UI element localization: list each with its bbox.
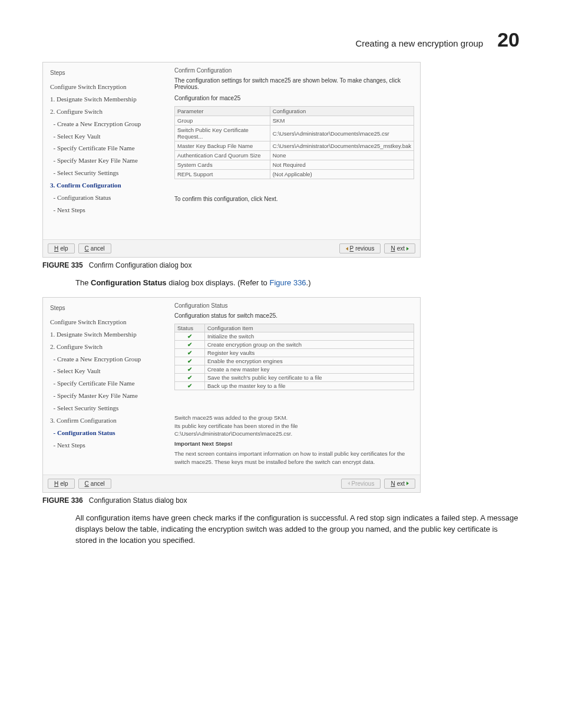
- wizard-step: - Specify Certificate File Name: [50, 377, 165, 390]
- wizard-step: - Select Key Vault: [50, 365, 165, 377]
- table-header: Configuration: [270, 107, 414, 116]
- page-header-number: 20: [497, 28, 520, 51]
- confirm-configuration-dialog: Steps Configure Switch Encryption1. Desi…: [42, 62, 421, 258]
- wizard-step: 2. Configure Switch: [50, 106, 165, 118]
- table-row: ✔Initialize the switch: [175, 332, 414, 340]
- table-row: ✔Save the switch's public key certificat…: [175, 373, 414, 381]
- check-icon: ✔: [187, 350, 192, 356]
- panel-subhead: Configuration for mace25: [174, 95, 414, 101]
- table-cell: Save the switch's public key certificate…: [205, 373, 414, 381]
- next-button[interactable]: Next: [384, 479, 415, 489]
- wizard-step: - Configuration Status: [50, 427, 165, 439]
- wizard-step: - Next Steps: [50, 204, 165, 216]
- triangle-left-icon: [346, 247, 348, 251]
- configuration-status-dialog: Steps Configure Switch Encryption1. Desi…: [42, 297, 421, 493]
- figure-text: Configuration Status dialog box: [89, 496, 187, 505]
- check-icon: ✔: [187, 374, 192, 381]
- important-next-steps-label: Important Next Steps!: [174, 440, 414, 448]
- table-cell: Authentication Card Quorum Size: [175, 151, 270, 160]
- status-message: Its public key certificate has been stor…: [174, 422, 414, 439]
- body-paragraph: The Configuration Status dialog box disp…: [75, 278, 520, 289]
- status-cell: ✔: [175, 357, 205, 365]
- panel-intro-text: The configuration settings for switch ma…: [174, 77, 414, 90]
- previous-button: Previous: [341, 479, 381, 489]
- steps-label: Steps: [50, 67, 165, 78]
- table-cell: Initialize the switch: [205, 332, 414, 340]
- wizard-steps-panel: Steps Configure Switch Encryption1. Desi…: [43, 62, 171, 239]
- table-row: System CardsNot Required: [175, 160, 414, 170]
- table-cell: Switch Public Key Certificate Request...: [175, 126, 270, 141]
- help-button[interactable]: Help: [48, 243, 75, 253]
- wizard-step: - Select Security Settings: [50, 402, 165, 414]
- panel-title: Configuration Status: [174, 302, 414, 309]
- figure-335-caption: FIGURE 335 Confirm Configuration dialog …: [42, 261, 520, 269]
- wizard-step: - Create a New Encryption Group: [50, 353, 165, 365]
- table-cell: Group: [175, 116, 270, 126]
- wizard-step: - Next Steps: [50, 439, 165, 452]
- status-message: Switch mace25 was added to the group SKM…: [174, 414, 414, 422]
- table-header: Configuration Item: [205, 324, 414, 332]
- status-messages: Switch mace25 was added to the group SKM…: [174, 414, 414, 466]
- wizard-step: 1. Designate Switch Membership: [50, 328, 165, 341]
- figure-336-caption: FIGURE 336 Configuration Status dialog b…: [42, 496, 520, 505]
- wizard-step: - Select Security Settings: [50, 167, 165, 179]
- next-button[interactable]: Next: [384, 243, 415, 253]
- table-cell: Enable the encryption engines: [205, 357, 414, 365]
- table-row: ✔Enable the encryption engines: [175, 357, 414, 365]
- table-row: Switch Public Key Certificate Request...…: [175, 126, 414, 141]
- table-row: Authentication Card Quorum SizeNone: [175, 151, 414, 160]
- wizard-step: - Select Key Vault: [50, 130, 165, 143]
- table-row: ✔Back up the master key to a file: [175, 381, 414, 390]
- table-cell: None: [270, 151, 414, 160]
- check-icon: ✔: [187, 358, 192, 364]
- configuration-status-panel: Configuration Status Configuration statu…: [171, 298, 420, 475]
- confirm-instruction: To confirm this configuration, click Nex…: [174, 196, 414, 202]
- wizard-step: Configure Switch Encryption: [50, 81, 165, 93]
- page-header: Creating a new encryption group 20: [42, 28, 520, 51]
- figure-label: FIGURE 335: [42, 261, 83, 269]
- page-header-title: Creating a new encryption group: [355, 38, 483, 48]
- table-cell: C:\Users\Administrator\Documents\mace25.…: [270, 126, 414, 141]
- wizard-step: 1. Designate Switch Membership: [50, 93, 165, 106]
- check-icon: ✔: [187, 366, 192, 373]
- steps-label: Steps: [50, 302, 165, 314]
- wizard-step: - Configuration Status: [50, 192, 165, 204]
- wizard-step: 3. Confirm Configuration: [50, 179, 165, 192]
- table-cell: REPL Support: [175, 170, 270, 179]
- table-cell: Create a new master key: [205, 365, 414, 373]
- previous-button[interactable]: Previous: [339, 243, 381, 253]
- table-cell: System Cards: [175, 160, 270, 170]
- table-row: ✔Register key vaults: [175, 348, 414, 357]
- status-cell: ✔: [175, 365, 205, 373]
- dialog-button-bar: Help Cancel Previous Next: [43, 239, 420, 257]
- wizard-step: Configure Switch Encryption: [50, 316, 165, 328]
- table-row: GroupSKM: [175, 116, 414, 126]
- wizard-steps-panel: Steps Configure Switch Encryption1. Desi…: [43, 298, 171, 475]
- triangle-right-icon: [406, 482, 409, 485]
- wizard-step: - Specify Master Key File Name: [50, 390, 165, 402]
- table-header: Parameter: [175, 107, 270, 116]
- configuration-parameters-table: Parameter Configuration GroupSKMSwitch P…: [174, 106, 414, 179]
- triangle-left-icon: [348, 482, 350, 485]
- confirm-configuration-panel: Confirm Configuration The configuration …: [171, 62, 420, 239]
- status-cell: ✔: [175, 340, 205, 348]
- table-cell: Back up the master key to a file: [205, 381, 414, 390]
- table-header: Status: [175, 324, 205, 332]
- check-icon: ✔: [187, 341, 192, 348]
- wizard-step: 3. Confirm Configuration: [50, 414, 165, 427]
- check-icon: ✔: [187, 383, 192, 389]
- table-cell: SKM: [270, 116, 414, 126]
- figure-336-link[interactable]: Figure 336: [269, 278, 306, 287]
- status-cell: ✔: [175, 332, 205, 340]
- cancel-button[interactable]: Cancel: [78, 479, 111, 489]
- configuration-status-table: Status Configuration Item ✔Initialize th…: [174, 324, 414, 390]
- help-button[interactable]: Help: [48, 479, 75, 489]
- wizard-step: - Specify Certificate File Name: [50, 142, 165, 154]
- cancel-button[interactable]: Cancel: [78, 243, 111, 253]
- wizard-step: 2. Configure Switch: [50, 341, 165, 353]
- table-cell: C:\Users\Administrator\Documents\mace25_…: [270, 141, 414, 151]
- table-row: ✔Create encryption group on the switch: [175, 340, 414, 348]
- status-cell: ✔: [175, 381, 205, 390]
- panel-title: Confirm Configuration: [174, 67, 414, 74]
- table-cell: Register key vaults: [205, 348, 414, 357]
